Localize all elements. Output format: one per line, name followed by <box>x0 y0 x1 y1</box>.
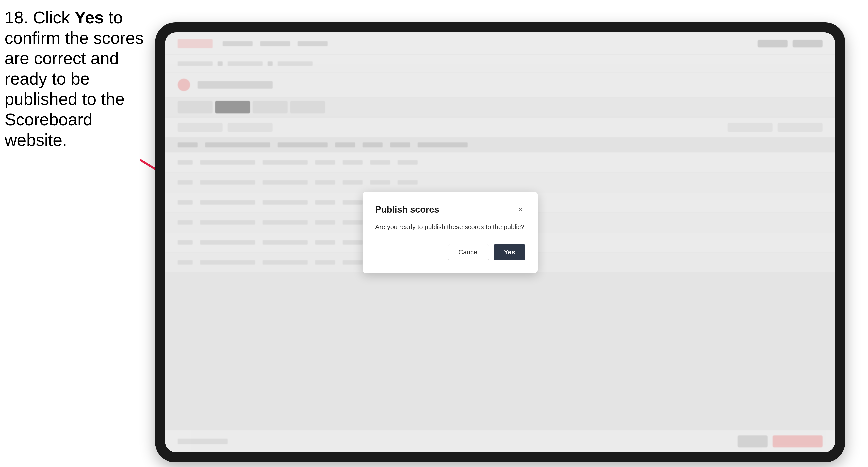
modal-overlay: Publish scores × Are you ready to publis… <box>165 32 835 453</box>
yes-button[interactable]: Yes <box>494 244 525 260</box>
publish-scores-dialog: Publish scores × Are you ready to publis… <box>363 192 538 273</box>
tablet-screen: Publish scores × Are you ready to publis… <box>165 32 835 453</box>
modal-footer: Cancel Yes <box>375 244 525 260</box>
modal-title: Publish scores <box>375 205 439 215</box>
modal-message: Are you ready to publish these scores to… <box>375 222 525 231</box>
step-number: 18. <box>4 8 28 27</box>
instruction-click-text: Click <box>28 8 74 27</box>
instruction-rest-text: to confirm the scores are correct and re… <box>4 8 144 150</box>
instruction-text: 18. Click Yes to confirm the scores are … <box>4 7 145 150</box>
cancel-button[interactable]: Cancel <box>448 244 489 260</box>
modal-body: Are you ready to publish these scores to… <box>375 222 525 231</box>
yes-keyword: Yes <box>74 8 104 27</box>
modal-header: Publish scores × <box>375 205 525 215</box>
modal-close-button[interactable]: × <box>516 205 525 214</box>
tablet-device: Publish scores × Are you ready to publis… <box>155 23 845 463</box>
